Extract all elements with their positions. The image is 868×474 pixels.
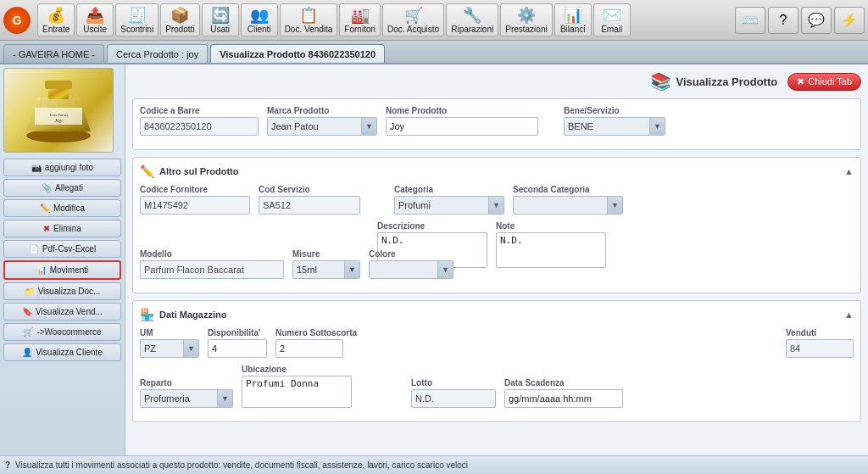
colore-arrow-icon[interactable]: ▼ [437,260,453,279]
cod-servizio-input[interactable] [259,196,360,215]
ubicazione-textarea[interactable]: Profumi Donna [242,376,352,408]
nome-input[interactable] [386,117,538,136]
power-button[interactable]: ⚡ [834,7,865,34]
bene-servizio-label: Bene/Servizio [564,106,665,115]
movimenti-button[interactable]: 📊 Movimenti [3,260,121,280]
note-textarea[interactable]: N.D. [496,232,606,268]
marca-select[interactable]: Jean Patou ▼ [267,117,377,136]
venduti-group: Venduti [786,328,854,358]
magazzino-section-header: 🏪 Dati Magazzino ▲ [140,308,854,321]
chat-button[interactable]: 💬 [801,7,832,34]
numero-sottoscorta-input[interactable] [275,339,343,358]
data-scadenza-input[interactable] [504,389,623,408]
toolbar-email[interactable]: ✉️ Email [593,3,631,36]
product-basic-section: Codice a Barre Marca Prodotto Jean Patou… [132,98,861,150]
visualizza-doc-button[interactable]: 📁 Visualizza Doc... [3,282,121,300]
codice-fornitore-label: Codice Fornitore [140,185,250,194]
toolbar-doc-acquisto[interactable]: 🛒 Doc. Acquisto [382,3,444,36]
seconda-categoria-arrow-icon[interactable]: ▼ [607,196,622,215]
data-scadenza-label: Data Scadenza [504,378,623,388]
ubicazione-group: Ubicazione Profumi Donna [242,365,352,408]
email-icon: ✉️ [603,6,621,25]
prestazioni-icon: ⚙️ [517,6,536,25]
toolbar-entrate[interactable]: 💰 Entrate [37,3,75,36]
visualizza-cliente-button[interactable]: 👤 Visualizza Cliente [3,343,121,361]
categoria-select[interactable]: Profumi ▼ [394,196,504,215]
codice-fornitore-input[interactable] [140,196,250,215]
chiudi-tab-button[interactable]: ✖ Chiudi Tab [787,73,861,91]
pdf-csv-button[interactable]: 📄 Pdf-Csv-Excel [3,240,121,258]
um-arrow-icon[interactable]: ▼ [183,339,198,358]
modifica-icon: ✏️ [40,204,50,213]
toolbar-prodotti[interactable]: 📦 Prodotti [160,3,199,36]
allegati-button[interactable]: 📎 Allegati [3,179,121,197]
woo-icon: 🛒 [23,327,33,337]
marca-label: Marca Prodotto [267,106,377,115]
modifica-button[interactable]: ✏️ Modifica [3,199,121,217]
help-button[interactable]: ? [768,7,798,34]
venduti-input[interactable] [786,339,854,358]
toolbar-doc-vendita[interactable]: 📋 Doc. Vendita [280,3,338,36]
magazzino-row-1: UM PZ ▼ Disponibilita' Numero Sottoscort… [140,328,854,358]
lotto-label: Lotto [411,378,496,388]
main-area: Jean Patou Joy 📷 aggiungi foto 📎 Allegat… [0,64,868,455]
marca-arrow-icon[interactable]: ▼ [361,117,376,136]
toolbar-prestazioni[interactable]: ⚙️ Prestazioni [500,3,552,36]
misure-select[interactable]: 15ml ▼ [292,260,360,279]
venduti-label: Venduti [786,328,854,337]
statusbar-q: ? [5,460,10,470]
toolbar-fornitori[interactable]: 🏭 Fornitori [339,3,381,36]
note-label: Note [496,221,606,231]
pdf-icon: 📄 [29,244,39,254]
toolbar-scontrini[interactable]: 🧾 Scontrini [115,3,159,36]
codice-barre-input[interactable] [140,117,259,136]
altro-section-header: ✏️ Altro sul Prodotto ▲ [140,165,854,178]
toolbar-usati[interactable]: 🔄 Usati [202,3,239,36]
um-select[interactable]: PZ ▼ [140,339,199,358]
tab-home[interactable]: - GAVEIRA HOME - [3,44,104,63]
svg-text:Joy: Joy [54,117,64,124]
toolbar-riparazioni[interactable]: 🔧 Riparazioni [446,3,498,36]
tab-visualizza[interactable]: Visualizza Prodotto 8436022350120 [210,44,385,63]
disponibilita-input[interactable] [208,339,267,358]
usati-icon: 🔄 [211,6,230,25]
lotto-input[interactable] [411,389,496,408]
reparto-select[interactable]: Profumeria ▼ [140,389,233,408]
sidebar: Jean Patou Joy 📷 aggiungi foto 📎 Allegat… [0,64,125,455]
toolbar-uscite[interactable]: 📤 Uscite [76,3,114,36]
fornitori-icon: 🏭 [351,6,370,25]
magazzino-collapse-icon[interactable]: ▲ [844,309,854,320]
bene-servizio-value: BENE [565,120,649,133]
colore-value [370,268,437,271]
main-toolbar: G 💰 Entrate 📤 Uscite 🧾 Scontrini 📦 Prodo… [0,0,868,41]
close-x-icon: ✖ [797,76,804,87]
altro-row-1: Codice Fornitore Cod Servizio Categoria … [140,185,854,215]
reparto-arrow-icon[interactable]: ▼ [217,389,232,408]
categoria-arrow-icon[interactable]: ▼ [488,196,504,215]
seconda-categoria-select[interactable]: ▼ [513,196,623,215]
um-group: UM PZ ▼ [140,328,199,358]
app-logo[interactable]: G [3,7,31,34]
movimenti-icon: 📊 [36,265,47,275]
toolbar-bilanci[interactable]: 📊 Bilanci [554,3,592,36]
bene-servizio-select[interactable]: BENE ▼ [564,117,665,136]
toolbar-right-buttons: ⌨️ ? 💬 ⚡ [735,7,865,34]
statusbar-message: Visualizza tutti i movimenti associati a… [15,460,468,470]
elimina-button[interactable]: ✖ Elimina [3,220,121,237]
um-value: PZ [141,342,183,355]
codice-barre-group: Codice a Barre [140,106,259,136]
modello-input[interactable] [140,260,284,279]
bilanci-icon: 📊 [564,6,582,25]
woocommerce-button[interactable]: 🛒 ->Woocommerce [3,323,121,341]
colore-group: Colore ▼ [369,249,453,279]
misure-arrow-icon[interactable]: ▼ [344,260,359,279]
tab-cerca[interactable]: Cerca Prodotto : joy [107,44,208,63]
visualizza-vend-button[interactable]: 🔖 Visualizza Vend... [3,303,121,321]
altro-collapse-icon[interactable]: ▲ [844,166,854,176]
aggiungi-foto-button[interactable]: 📷 aggiungi foto [3,159,121,176]
toolbar-clienti[interactable]: 👥 Clienti [241,3,278,36]
misure-label: Misure [292,249,360,259]
bene-servizio-arrow-icon[interactable]: ▼ [649,117,665,136]
keyboard-button[interactable]: ⌨️ [735,7,765,34]
colore-select[interactable]: ▼ [369,260,453,279]
